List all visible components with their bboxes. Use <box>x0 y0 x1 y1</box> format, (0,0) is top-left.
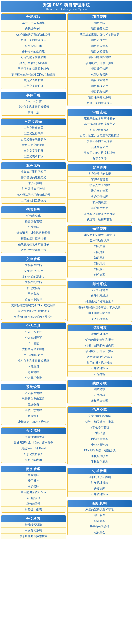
section-item[interactable]: 多级程不同节点选项 <box>68 139 132 144</box>
section-item[interactable]: 部门管理 <box>68 513 132 518</box>
section-item[interactable]: 自定义字段扩展 <box>1 148 66 154</box>
section-item[interactable]: 报表、图表和分析类菜 <box>1 60 66 66</box>
section-item[interactable]: 中文分词系统 <box>1 528 66 533</box>
section-item[interactable]: 订单统计报表 <box>68 366 132 371</box>
section-item[interactable]: 电子邮件特殊预告有会、客户反馈 <box>68 305 132 310</box>
section-item[interactable]: 个人邮件管理 <box>68 316 132 322</box>
section-item[interactable]: 知识统计 <box>68 267 132 272</box>
section-item[interactable]: 目标任务的管理模式 <box>68 100 132 106</box>
section-item[interactable]: 图形化流程视图 <box>1 451 66 457</box>
section-item[interactable]: 积分管理 <box>68 272 132 278</box>
section-item[interactable]: 销售的统计查询报表 <box>1 236 66 241</box>
section-item[interactable]: 项目团队 <box>68 20 132 26</box>
section-item[interactable]: 文章的发布和编辑 <box>68 413 132 419</box>
section-item[interactable]: 项目统计、评估、报表 <box>68 60 132 66</box>
section-item[interactable]: 图形化流程视图 <box>68 127 132 133</box>
section-item[interactable]: 灵活可变的权限控制组合 <box>1 66 66 72</box>
section-item[interactable]: 使用自定义邮报表 <box>1 142 66 148</box>
section-item[interactable]: 订单统计报表 <box>68 492 132 497</box>
section-item[interactable]: 自定义数据表单 <box>1 131 66 136</box>
section-item[interactable]: 支持标准文档格式和Office在线编辑 <box>1 72 66 78</box>
section-item[interactable]: 实时任务和事件日程通道 <box>1 358 66 364</box>
section-item[interactable]: 支持单点登录服务 <box>1 346 66 352</box>
section-item[interactable]: 内部消息 <box>1 364 66 369</box>
section-item[interactable]: 手机短信群发 <box>68 459 132 464</box>
section-item[interactable]: 基础管理管理 <box>1 390 66 396</box>
section-item[interactable]: 应付款管理 <box>1 495 66 501</box>
section-item[interactable]: 常用的财务统计报表 <box>68 360 132 366</box>
section-item[interactable]: 客户帮助知识库 <box>68 238 132 244</box>
section-item[interactable]: 自定义字段 <box>68 156 132 161</box>
section-item[interactable]: 自定义表单扩展 <box>1 78 66 83</box>
section-item[interactable]: 报销管理 <box>1 484 66 490</box>
section-item[interactable]: 流程审批的常用审批表单 <box>68 116 132 121</box>
section-item[interactable]: 产品个性化销售支持 <box>1 247 66 253</box>
section-item[interactable]: 支持SharePoint格式的文件控件 <box>1 314 66 320</box>
section-item[interactable]: 用款管理 <box>1 472 66 478</box>
section-item[interactable]: 基于模板的常用流程定义 <box>68 121 132 127</box>
section-item[interactable]: 知识互助 <box>68 255 132 261</box>
section-item[interactable]: 可定制的个性化功能 <box>1 55 66 60</box>
section-item[interactable]: 节点的功能、只读和跳转 <box>68 150 132 156</box>
section-item[interactable]: 客户信用评估 <box>68 205 132 211</box>
section-item[interactable]: 公文审批流程管理 <box>1 434 66 440</box>
section-item[interactable]: 成员集合 <box>68 530 132 535</box>
section-item[interactable]: 自定、固定、固定三种流程模型 <box>68 133 132 139</box>
section-item[interactable]: 技术领先的流程自动化组件 <box>1 192 66 198</box>
section-item[interactable]: 客户商务管理 <box>68 177 132 182</box>
section-item[interactable]: 支持标准文档格式和Office在线编辑 <box>1 303 66 308</box>
section-item[interactable]: 在线解决或发布产品目录 <box>68 211 132 217</box>
section-item[interactable]: 批量生成个性高质量卡 <box>68 299 132 304</box>
section-item[interactable]: 工作流程控制 <box>1 181 66 186</box>
section-item[interactable]: 数据导入导出工具 <box>1 396 66 402</box>
section-item[interactable]: 企业内部论坛 <box>68 442 132 448</box>
section-item[interactable]: 目标任务的管理模式 <box>1 37 66 43</box>
section-item[interactable]: 客户满意度 <box>68 200 132 205</box>
section-item[interactable]: 常用的财务统计报表 <box>1 490 66 495</box>
section-item[interactable]: 建立企业知识大书库中心 <box>68 232 132 238</box>
section-item[interactable]: 按目录分级归类 <box>1 268 66 274</box>
section-item[interactable]: 订单处理流程控制 <box>1 186 66 192</box>
section-item[interactable]: 集成 Word 和 Excel <box>1 446 66 451</box>
section-item[interactable]: 电子邮件自动回复 <box>68 310 132 316</box>
section-item[interactable]: 个人日程安排 <box>1 375 66 381</box>
section-item[interactable]: 进度管理 <box>68 486 132 492</box>
section-item[interactable]: 个人资料设置 <box>1 335 66 341</box>
section-item[interactable]: 项目进度控制 <box>68 37 132 43</box>
section-item[interactable]: 知识评则 <box>68 261 132 266</box>
section-item[interactable]: 产品销售额统计分析 <box>68 354 132 360</box>
section-item[interactable]: 部门文档库 <box>1 286 66 291</box>
section-item[interactable]: 费用财务 <box>1 478 66 484</box>
section-item[interactable]: 用户界面自定义 <box>1 352 66 358</box>
section-item[interactable]: 项目统计、评估、报表 <box>68 349 132 354</box>
section-item[interactable]: 销售机会管理 <box>1 219 66 224</box>
section-item[interactable]: 项目资源管理 <box>68 43 132 49</box>
section-item[interactable]: 销售自动化 <box>1 213 66 219</box>
section-item[interactable]: 系统维护 <box>1 413 66 419</box>
section-item[interactable]: 项目模板应用 <box>68 83 132 89</box>
section-item[interactable]: 自定义流程表单 <box>1 125 66 131</box>
section-item[interactable]: 项目费用管理 <box>68 66 132 72</box>
section-item[interactable]: 绩效考核 <box>68 387 132 392</box>
section-item[interactable]: 信息量化知识搜索技术 <box>1 534 66 539</box>
section-item[interactable]: 销售预测、计划和目标配置 <box>1 230 66 236</box>
section-item[interactable]: 文档管理功能 <box>1 262 66 268</box>
section-item[interactable]: 事件计划 <box>1 110 66 115</box>
section-item[interactable]: 客户关怀管理 <box>68 194 132 200</box>
section-item[interactable]: 文档加密功能 <box>1 280 66 285</box>
section-item[interactable]: 项目文档管理 <box>68 49 132 55</box>
section-item[interactable]: 电子邮件模板 <box>68 293 132 299</box>
section-item[interactable]: 密钥恢复、加密文档恢复 <box>1 419 66 425</box>
section-item[interactable]: 客户管理功能实现 <box>68 171 132 177</box>
section-item[interactable]: 自定义表单扩展 <box>1 154 66 159</box>
section-item[interactable]: 系统的架构设置和管理 <box>68 507 132 512</box>
section-item[interactable]: 产品分析 <box>68 372 132 377</box>
section-item[interactable]: 考核统率管理 <box>68 398 132 404</box>
section-item[interactable]: RTX 即时消息、视频会议 <box>68 448 132 453</box>
section-item[interactable]: 自定义字段扩展 <box>1 83 66 89</box>
section-item[interactable]: 业务流程重组的应用 <box>1 169 66 175</box>
section-item[interactable]: 全文检索技术 <box>1 43 66 49</box>
section-item[interactable]: 关联业务单计 <box>1 26 66 31</box>
section-item[interactable]: 系统日志管理 <box>1 408 66 413</box>
section-item[interactable]: 财务统计报表 <box>1 507 66 512</box>
